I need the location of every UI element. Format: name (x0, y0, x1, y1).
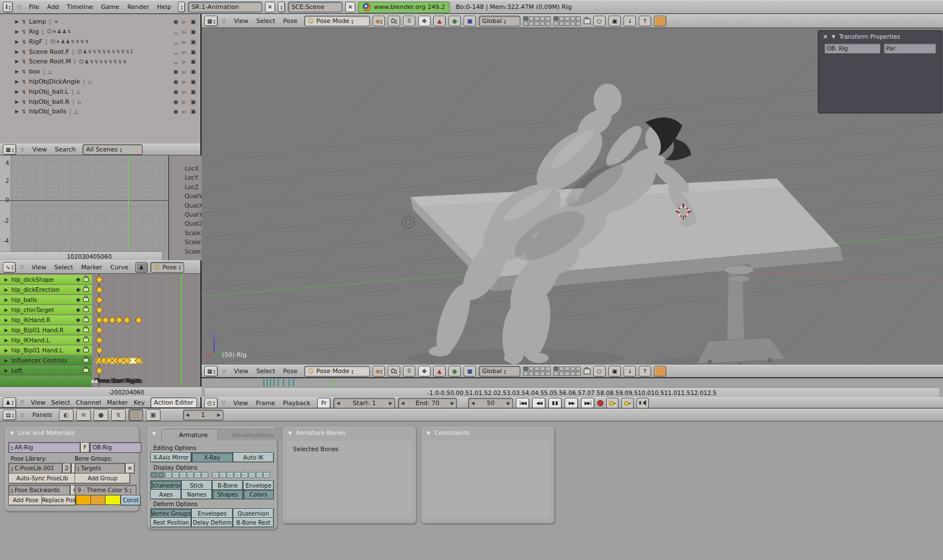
object-name[interactable]: hlpObj_ball.R (29, 98, 70, 105)
logic-context-icon[interactable]: ◐ (59, 409, 74, 421)
lock-icon[interactable] (83, 328, 89, 332)
keyframe-diamond[interactable] (95, 336, 103, 344)
expand-arrow-icon[interactable]: ▶ (4, 307, 8, 313)
keyframe-track[interactable] (93, 315, 200, 325)
deform-toggle[interactable]: B-Bone Rest (233, 517, 274, 527)
action-group-row[interactable]: ▶Left (0, 366, 200, 376)
collapse-menu-icon[interactable]: ▽ (19, 412, 25, 418)
viewport-menu-item[interactable]: Select (253, 17, 280, 25)
scene-close-button[interactable]: ✕ (345, 2, 355, 12)
collapse-menu-icon[interactable]: ▽ (221, 369, 227, 374)
move-up-icon[interactable]: ↑ (639, 366, 651, 377)
expand-arrow-icon[interactable]: ▶ (4, 368, 8, 373)
script-context-icon[interactable]: ≡ (76, 409, 91, 421)
renderability-icon[interactable]: ▣ (191, 108, 196, 114)
start-frame-field[interactable]: ◀Start: 1▶ (333, 398, 395, 408)
keyframe-track[interactable] (93, 336, 200, 346)
object-context-icon[interactable]: ↯ (111, 409, 126, 421)
ipo-channel[interactable]: QuatW (177, 191, 202, 200)
bone-layer-grid[interactable] (150, 472, 208, 478)
keyframe-diamond[interactable] (95, 276, 103, 283)
selectability-icon[interactable]: ▻ (182, 39, 187, 45)
layer-toggle-grid[interactable] (523, 16, 551, 26)
prev-key-button[interactable]: ◀◀ (532, 398, 546, 408)
action-menu-item[interactable]: Select (48, 399, 73, 406)
action-channel-row[interactable]: ▶hlp_balls ◉ (0, 295, 200, 305)
action-menu-item[interactable]: Key (131, 399, 148, 406)
keyframe-track[interactable] (93, 366, 200, 376)
action-channel-row[interactable]: ▶hlp_dickShape ◉ (0, 275, 200, 285)
action-channel-row[interactable]: ▶hlp_IKHand.R ◉ (0, 315, 200, 325)
lock-icon[interactable] (83, 287, 89, 292)
selectability-icon[interactable]: ▻ (182, 58, 187, 65)
visibility-icon[interactable]: ◉ (173, 99, 178, 105)
display-toggle[interactable]: Axes (150, 489, 181, 499)
snap-icon[interactable]: ⠿ (403, 16, 415, 26)
ipo-channel[interactable]: ScaleZ (177, 247, 202, 256)
keyframe-track[interactable] (93, 295, 200, 305)
editor-type-button[interactable]: ◴ (204, 398, 218, 408)
pivot-dropdown[interactable]: Ω (388, 366, 400, 377)
object-name[interactable]: Scene Root.M (29, 58, 71, 65)
scenes-dropdown[interactable]: All Scenes (83, 144, 143, 155)
object-name[interactable]: box (29, 68, 40, 75)
outliner-menu-item[interactable]: View (28, 146, 51, 153)
rotate-manipulator-icon[interactable]: ● (448, 366, 461, 377)
viewport-menu-item[interactable]: View (230, 17, 252, 25)
panel-collapse-icon[interactable]: ▼ (10, 430, 14, 436)
eye-icon[interactable]: ◉ (76, 297, 80, 302)
selectability-icon[interactable]: ▻ (182, 19, 187, 25)
preview-toggle-button[interactable]: Pr (317, 398, 331, 408)
ipo-channel[interactable]: LocZ (177, 182, 202, 191)
keyframe-track[interactable] (93, 275, 200, 285)
outliner-row[interactable]: ▶ ↯ hlpObj_ball.R | △ ◉ ▻ ▣ (0, 97, 200, 107)
tab-armature[interactable]: Armature (161, 429, 226, 440)
add-group-button[interactable]: Add Group (75, 473, 130, 484)
render-preview-icon[interactable]: ▣ (608, 16, 621, 26)
end-frame-field[interactable]: ◀End: 70▶ (398, 398, 457, 408)
parent-field[interactable]: Par: (884, 43, 936, 54)
renderability-icon[interactable]: ▣ (191, 89, 196, 95)
scene-context-icon[interactable]: ▣ (146, 409, 161, 421)
ipo-channel[interactable]: ScaleX (177, 228, 202, 237)
theme-color-dropdown[interactable]: 9 - Theme Color S (75, 485, 136, 495)
menubar-item[interactable]: Add (43, 3, 63, 11)
editor-type-button[interactable]: ▤ (3, 410, 16, 420)
layer-toggle-grid[interactable] (553, 16, 581, 26)
channel-name[interactable]: hlp_dickErection (11, 286, 59, 293)
expand-arrow-icon[interactable]: ▶ (15, 59, 19, 64)
expand-arrow-icon[interactable]: ▶ (4, 277, 8, 282)
mode-dropdown[interactable]: ☺Pose Mode (304, 366, 370, 377)
outliner-row[interactable]: ▶ ↯ Rig | ☺ ∗ ♟ ♟ ↯ ◡ ▻ ▣ (0, 27, 200, 37)
editor-type-button[interactable]: ▦ (3, 144, 16, 155)
expand-arrow-icon[interactable]: ▶ (15, 89, 19, 94)
object-name[interactable]: hlpObjDickAngle (29, 78, 80, 85)
expand-arrow-icon[interactable]: ▶ (4, 318, 8, 323)
ipo-channel[interactable]: LocX (177, 164, 202, 173)
editor-type-button[interactable]: ▦ (204, 366, 218, 377)
eye-icon[interactable]: ◉ (76, 337, 80, 343)
add-pose-button[interactable]: Add Pose (8, 495, 43, 506)
menubar-item[interactable]: Game (97, 3, 123, 11)
keyframe-track[interactable] (93, 285, 200, 295)
channel-name[interactable]: hlp_balls (11, 296, 37, 303)
keyframe-diamond[interactable] (95, 326, 103, 334)
expand-arrow-icon[interactable]: ▶ (4, 348, 8, 353)
renderability-icon[interactable]: ▣ (191, 29, 196, 35)
group-color-swatch[interactable] (76, 495, 91, 505)
ipo-type-dropdown[interactable]: ☺Pose (150, 262, 184, 273)
renderability-icon[interactable]: ▣ (191, 49, 196, 55)
visibility-icon[interactable]: ◡ (173, 58, 178, 65)
renderability-icon[interactable]: ▣ (191, 58, 196, 65)
ipo-channel[interactable]: ScaleY (177, 237, 202, 246)
next-key-button[interactable]: ▶▶ (565, 398, 578, 408)
draw-type-dropdown[interactable]: ◉ (373, 366, 385, 377)
deform-toggle[interactable]: Delay Deform (191, 517, 232, 527)
menubar-item[interactable]: Help (153, 3, 175, 11)
object-name[interactable]: Camera (29, 14, 53, 15)
render-this-window-icon[interactable] (654, 16, 666, 26)
lock-icon[interactable] (83, 307, 89, 312)
proportional-edit-icon[interactable]: ○ (593, 366, 606, 377)
outliner-row[interactable]: ▶ ↯ hlpObj_balls | △ ◉ ▻ ▣ (0, 107, 200, 117)
channel-name[interactable]: hlp_Bip01 Hand.R (11, 327, 63, 333)
